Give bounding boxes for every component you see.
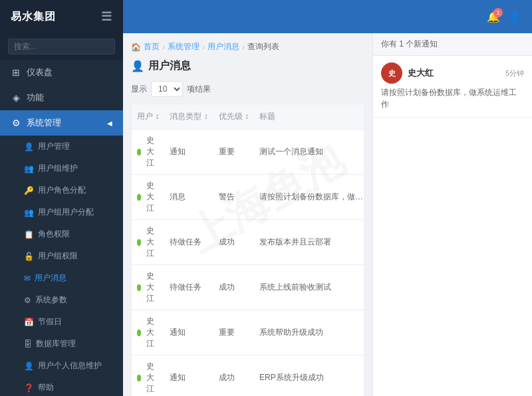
breadcrumb-user-msg[interactable]: 用户消息 <box>207 41 239 52</box>
table-body: 史大江 通知 重要 测试一个消息通知 0 史大江 消息 警告 请按照计划备份数据… <box>132 130 364 397</box>
notif-header: 你有 1 个新通知 <box>373 33 532 56</box>
cell-priority-4: 重要 <box>213 310 254 355</box>
cell-type-5: 通知 <box>164 355 213 397</box>
sidebar-item-user-group[interactable]: 👥 用户组用户分配 <box>0 201 123 223</box>
breadcrumb-system[interactable]: 系统管理 <box>168 41 200 52</box>
sidebar-label-help: 帮助 <box>38 382 54 393</box>
role-copy-icon: 📋 <box>24 230 34 239</box>
workflow-icon: ◈ <box>11 92 21 103</box>
sidebar-item-workflow[interactable]: ◈ 功能 <box>0 85 123 110</box>
avatar: 史 <box>381 62 402 84</box>
cell-title-1: 请按照计划备份数据库，做系统运维工作 <box>254 175 364 220</box>
sidebar-label-user-perm: 用户组权限 <box>38 250 78 262</box>
breadcrumb: 🏠 首页 › 系统管理 › 用户消息 › 查询列表 <box>131 41 364 52</box>
sidebar-item-user-perm[interactable]: 🔓 用户组权限 <box>0 245 123 267</box>
breadcrumb-home[interactable]: 首页 <box>144 41 160 52</box>
page-size-select[interactable]: 10 20 50 <box>151 81 183 97</box>
cell-priority-1: 警告 <box>213 175 254 220</box>
sys-param-icon: ⚙ <box>24 296 31 305</box>
sidebar-search-area <box>0 33 123 60</box>
col-type: 消息类型 ↕ <box>164 104 213 130</box>
sidebar-item-user-maintain[interactable]: 👥 用户组维护 <box>0 157 123 179</box>
holiday-icon: 📅 <box>24 318 34 327</box>
cell-type-3: 待做任务 <box>164 265 213 310</box>
page-content: 🏠 首页 › 系统管理 › 用户消息 › 查询列表 👤 用户消息 显示 10 2… <box>123 33 372 396</box>
cell-title-2: 发布版本并且云部署 <box>254 220 364 265</box>
sidebar-item-help[interactable]: ❓ 帮助 <box>0 377 123 396</box>
breadcrumb-current: 查询列表 <box>247 41 279 52</box>
user-msg-icon: ✉ <box>24 274 31 283</box>
sidebar-item-user-role[interactable]: 🔑 用户角色分配 <box>0 179 123 201</box>
user-maintain-icon: 👥 <box>24 164 34 173</box>
table-row: 史大江 通知 成功 ERP系统升级成功 0 史大 <box>132 355 364 397</box>
table-row: 史大江 通知 重要 测试一个消息通知 0 <box>132 130 364 175</box>
hamburger-icon[interactable]: ☰ <box>101 9 112 24</box>
sidebar-item-user-info[interactable]: 👤 用户个人信息维护 <box>0 355 123 377</box>
db-mgmt-icon: 🗄 <box>24 340 32 349</box>
page-title-icon: 👤 <box>131 60 144 72</box>
app-title: 易水集团 <box>11 10 56 24</box>
notification-panel: 你有 1 个新通知 史 史大红 5分钟 请按照计划备份数据库，做系统运维工作 <box>372 33 532 396</box>
table-row: 史大江 待做任务 成功 发布版本并且云部署 0 <box>132 220 364 265</box>
col-title: 标题 <box>254 104 364 130</box>
user-role-icon: 🔑 <box>24 186 34 195</box>
cell-user-4: 史大江 <box>132 310 164 355</box>
cell-user-3: 史大江 <box>132 265 164 310</box>
system-arrow-icon: ◀ <box>107 120 112 127</box>
user-avatar-icon: 👤 <box>508 11 521 23</box>
user-group-icon: 👥 <box>24 208 34 217</box>
table-row: 史大江 消息 警告 请按照计划备份数据库，做系统运维工作 5 <box>132 175 364 220</box>
cell-user-0: 史大江 <box>132 130 164 175</box>
sidebar-label-dashboard: 仪表盘 <box>27 66 53 78</box>
data-table: 用户 ↕ 消息类型 ↕ 优先级 ↕ 标题 用 史大江 <box>131 104 364 396</box>
cell-priority-2: 成功 <box>213 220 254 265</box>
home-icon: 🏠 <box>131 43 141 52</box>
content-wrapper: 🏠 首页 › 系统管理 › 用户消息 › 查询列表 👤 用户消息 显示 10 2… <box>123 33 532 396</box>
notif-item[interactable]: 史 史大红 5分钟 请按照计划备份数据库，做系统运维工作 <box>373 56 532 118</box>
user-name-3: 史大江 <box>146 270 160 304</box>
sidebar-label-db-mgmt: 数据库管理 <box>36 338 76 349</box>
notif-header-text: 你有 1 个新通知 <box>381 39 438 49</box>
page-title: 👤 用户消息 <box>131 59 364 73</box>
notif-time: 5分钟 <box>505 68 524 78</box>
sidebar-label-role-copy: 角色权限 <box>38 229 70 240</box>
status-dot-0 <box>137 149 141 155</box>
notif-message: 请按照计划备份数据库，做系统运维工作 <box>381 86 524 110</box>
cell-title-4: 系统帮助升级成功 <box>254 310 364 355</box>
cell-title-0: 测试一个消息通知 <box>254 130 364 175</box>
bell-button[interactable]: 🔔 1 <box>487 11 500 23</box>
status-dot-3 <box>137 284 141 291</box>
status-dot-1 <box>137 194 141 201</box>
sidebar-label-system: 系统管理 <box>27 117 61 129</box>
cell-type-0: 通知 <box>164 130 213 175</box>
sidebar-item-role-copy[interactable]: 📋 角色权限 <box>0 223 123 245</box>
page-title-text: 用户消息 <box>148 59 191 73</box>
help-icon: ❓ <box>24 383 34 393</box>
user-name-5: 史大江 <box>146 361 160 395</box>
notif-user-row: 史 史大红 5分钟 <box>381 62 524 84</box>
user-name-2: 史大江 <box>146 225 160 259</box>
cell-type-4: 通知 <box>164 310 213 355</box>
sidebar-item-dashboard[interactable]: ⊞ 仪表盘 <box>0 60 123 85</box>
sidebar-item-system[interactable]: ⚙ 系统管理 ◀ <box>0 110 123 136</box>
notif-username: 史大红 <box>408 67 434 79</box>
cell-user-2: 史大江 <box>132 220 164 265</box>
user-profile-button[interactable]: 👤 <box>508 11 521 23</box>
notification-badge: 1 <box>493 8 503 17</box>
cell-type-1: 消息 <box>164 175 213 220</box>
sidebar-label-sys-param: 系统参数 <box>35 294 67 306</box>
sidebar-item-holiday[interactable]: 📅 节假日 <box>0 311 123 333</box>
user-name-0: 史大江 <box>146 135 160 169</box>
sidebar-item-db-mgmt[interactable]: 🗄 数据库管理 <box>0 333 123 355</box>
search-input[interactable] <box>8 39 115 54</box>
table-row: 史大江 待做任务 成功 系统上线前验收测试 0 史大 <box>132 265 364 310</box>
sidebar-item-sys-param[interactable]: ⚙ 系统参数 <box>0 289 123 311</box>
main-area: 🔔 1 👤 🏠 首页 › 系统管理 › 用户消息 › 查询列表 👤 <box>123 0 532 396</box>
sidebar-item-user-mgmt[interactable]: 👤 用户管理 <box>0 136 123 157</box>
sidebar-item-user-msg[interactable]: ✉ 用户消息 <box>0 267 123 289</box>
table-header-row: 用户 ↕ 消息类型 ↕ 优先级 ↕ 标题 用 <box>132 104 364 130</box>
cell-priority-0: 重要 <box>213 130 254 175</box>
sidebar-label-user-info: 用户个人信息维护 <box>38 360 102 371</box>
toolbar: 显示 10 20 50 项结果 <box>131 81 364 97</box>
user-name-1: 史大江 <box>146 180 160 214</box>
